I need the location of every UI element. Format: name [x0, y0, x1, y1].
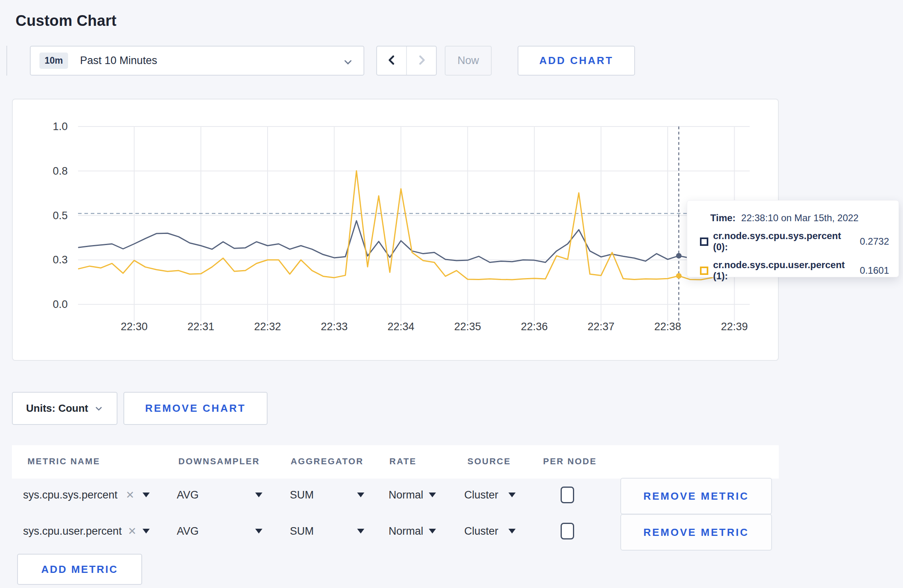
add-chart-button[interactable]: ADD CHART — [518, 46, 635, 76]
col-header-downsampler: DOWNSAMPLER — [178, 456, 260, 467]
source-value: Cluster — [464, 489, 498, 501]
col-header-rate: RATE — [389, 456, 416, 467]
col-header-aggregator: AGGREGATOR — [291, 456, 364, 467]
units-dropdown[interactable]: Units: Count — [12, 392, 117, 425]
svg-text:1.0: 1.0 — [53, 121, 68, 132]
add-metric-button[interactable]: ADD METRIC — [17, 554, 142, 585]
chevron-down-icon — [343, 57, 353, 69]
chevron-down-icon — [94, 404, 103, 415]
svg-text:22:38: 22:38 — [654, 321, 681, 333]
metrics-table-header: METRIC NAME DOWNSAMPLER AGGREGATOR RATE … — [12, 445, 779, 479]
svg-text:22:36: 22:36 — [521, 321, 548, 333]
remove-chart-button[interactable]: REMOVE CHART — [123, 392, 268, 425]
time-range-badge: 10m — [39, 53, 68, 69]
svg-text:22:33: 22:33 — [321, 321, 348, 333]
metric-name-value: sys.cpu.user.percent — [23, 525, 122, 537]
rate-dropdown[interactable]: Normal — [389, 514, 436, 548]
aggregator-dropdown[interactable]: SUM — [290, 514, 364, 548]
remove-metric-button[interactable]: REMOVE METRIC — [620, 514, 772, 551]
caret-down-icon — [255, 529, 262, 533]
svg-text:22:31: 22:31 — [188, 321, 215, 333]
svg-text:22:32: 22:32 — [254, 321, 281, 333]
now-button[interactable]: Now — [445, 46, 492, 76]
svg-text:0.5: 0.5 — [53, 210, 68, 222]
tooltip-time-label: Time: — [710, 212, 736, 223]
downsampler-value: AVG — [177, 525, 199, 537]
toolbar-accent-divider — [6, 46, 7, 76]
svg-text:0.3: 0.3 — [53, 254, 68, 266]
col-header-metric-name: METRIC NAME — [27, 456, 100, 467]
tooltip-series-label: cr.node.sys.cpu.sys.percent (0): — [713, 230, 855, 253]
page-title: Custom Chart — [16, 12, 117, 29]
clear-metric-icon[interactable]: ✕ — [126, 489, 135, 501]
tooltip-series-label: cr.node.sys.cpu.user.percent (1): — [713, 259, 855, 282]
downsampler-dropdown[interactable]: AVG — [177, 514, 262, 548]
caret-down-icon — [508, 529, 516, 533]
source-dropdown[interactable]: Cluster — [464, 514, 516, 548]
downsampler-value: AVG — [177, 489, 199, 501]
tooltip-time-row: Time:22:38:10 on Mar 15th, 2022 — [710, 212, 889, 224]
col-header-source: SOURCE — [467, 456, 511, 467]
metric-name-dropdown[interactable]: sys.cpu.user.percent ✕ — [23, 514, 150, 548]
caret-down-icon — [357, 493, 364, 497]
time-range-dropdown[interactable]: 10m Past 10 Minutes — [30, 46, 364, 76]
remove-metric-button[interactable]: REMOVE METRIC — [620, 478, 772, 514]
caret-down-icon — [143, 493, 150, 497]
time-nav-group — [376, 46, 437, 76]
svg-text:22:37: 22:37 — [588, 321, 615, 333]
cpu-chart-svg[interactable]: 0.00.30.50.81.022:3022:3122:3222:3322:34… — [12, 99, 779, 361]
units-label: Units: Count — [26, 402, 88, 415]
tooltip-time-value: 22:38:10 on Mar 15th, 2022 — [741, 212, 859, 223]
per-node-checkbox[interactable] — [561, 487, 574, 503]
time-prev-button[interactable] — [377, 47, 407, 75]
svg-text:22:39: 22:39 — [721, 321, 748, 333]
svg-text:22:34: 22:34 — [387, 321, 414, 333]
tooltip-series-row: cr.node.sys.cpu.user.percent (1): 0.1601 — [700, 259, 889, 282]
col-header-per-node: PER NODE — [543, 456, 597, 467]
aggregator-value: SUM — [290, 489, 314, 501]
svg-text:0.8: 0.8 — [53, 165, 68, 177]
chevron-left-icon — [386, 54, 398, 68]
tooltip-series-value: 0.2732 — [860, 236, 889, 247]
aggregator-dropdown[interactable]: SUM — [290, 478, 364, 512]
tooltip-series-row: cr.node.sys.cpu.sys.percent (0): 0.2732 — [700, 230, 889, 253]
caret-down-icon — [429, 493, 436, 497]
sys-series-swatch-icon — [700, 238, 708, 246]
metric-row: sys.cpu.user.percent ✕ AVG SUM Normal Cl… — [0, 514, 903, 548]
source-dropdown[interactable]: Cluster — [464, 478, 516, 512]
metric-name-value: sys.cpu.sys.percent — [23, 489, 117, 501]
caret-down-icon — [143, 529, 150, 533]
svg-text:22:30: 22:30 — [121, 321, 148, 333]
clear-metric-icon[interactable]: ✕ — [128, 525, 137, 537]
rate-value: Normal — [389, 525, 423, 537]
source-value: Cluster — [464, 525, 498, 537]
chart-card: 0.00.30.50.81.022:3022:3122:3222:3322:34… — [12, 99, 779, 361]
caret-down-icon — [357, 529, 364, 533]
aggregator-value: SUM — [290, 525, 314, 537]
caret-down-icon — [255, 493, 262, 497]
rate-value: Normal — [389, 489, 423, 501]
time-range-label: Past 10 Minutes — [80, 55, 157, 67]
tooltip-series-value: 0.1601 — [860, 265, 889, 276]
svg-text:0.0: 0.0 — [53, 298, 68, 310]
time-next-button[interactable] — [407, 47, 436, 75]
caret-down-icon — [429, 529, 436, 533]
rate-dropdown[interactable]: Normal — [389, 478, 436, 512]
per-node-checkbox[interactable] — [561, 523, 574, 539]
caret-down-icon — [508, 493, 516, 497]
metric-name-dropdown[interactable]: sys.cpu.sys.percent ✕ — [23, 478, 150, 512]
user-series-swatch-icon — [700, 267, 708, 275]
metric-row: sys.cpu.sys.percent ✕ AVG SUM Normal Clu… — [0, 478, 903, 512]
chevron-right-icon — [416, 54, 428, 68]
downsampler-dropdown[interactable]: AVG — [177, 478, 262, 512]
svg-text:22:35: 22:35 — [454, 321, 481, 333]
chart-tooltip: Time:22:38:10 on Mar 15th, 2022 cr.node.… — [687, 200, 899, 277]
